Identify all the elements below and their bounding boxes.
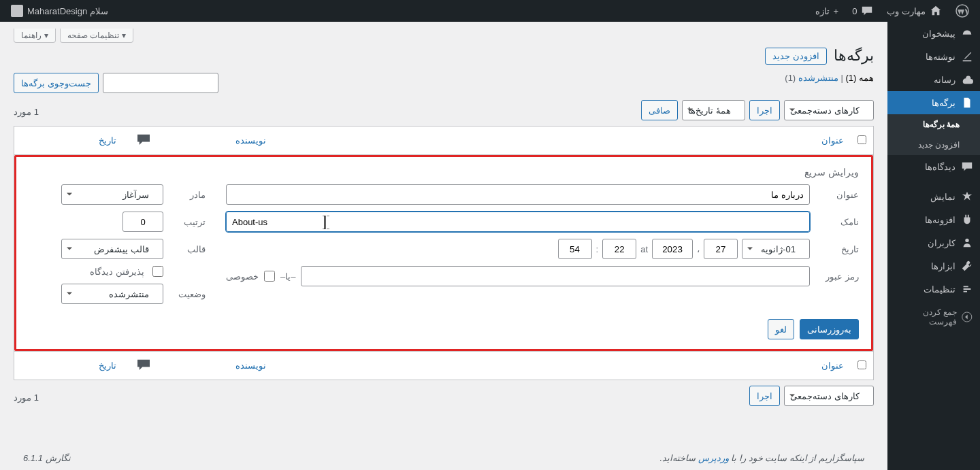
password-label: رمز عبور	[818, 271, 859, 282]
year-input[interactable]	[652, 239, 693, 259]
private-label: خصوصی	[226, 271, 259, 282]
admin-footer: سپاسگزاریم از اینکه سایت خود را با وردپر…	[10, 446, 878, 470]
menu-dashboard[interactable]: پیشخوان	[887, 22, 980, 45]
plus-icon: +	[834, 6, 839, 16]
status-filters: همه (1) | منتشرشده (1)	[785, 73, 874, 83]
month-select[interactable]: 01-ژانویه	[742, 239, 810, 259]
menu-settings[interactable]: تنظیمات	[887, 278, 980, 301]
allow-comments-label: پذیرفتن دیدگاه	[90, 267, 144, 277]
col-comments-footer[interactable]	[123, 352, 164, 380]
avatar-icon	[11, 5, 23, 17]
apply-bulk-button[interactable]: اجرا	[749, 100, 780, 120]
page-title: برگه‌ها	[834, 47, 874, 65]
site-name-link[interactable]: مهارت وب	[881, 0, 947, 22]
site-name: مهارت وب	[887, 6, 926, 16]
chevron-down-icon: ▾	[122, 31, 126, 40]
filter-published[interactable]: منتشرشده (1)	[785, 73, 838, 83]
admin-menu: پیشخوان نوشته‌ها رسانه برگه‌ها همهٔ برگه…	[887, 22, 980, 470]
filter-all[interactable]: همه (1)	[845, 73, 874, 83]
wordpress-link[interactable]: وردپرس	[698, 453, 729, 463]
col-author-footer[interactable]: نویسنده	[164, 352, 273, 380]
date-filter-select[interactable]: همهٔ تاریخ‌ها	[682, 100, 745, 120]
menu-tools[interactable]: ابزارها	[887, 254, 980, 278]
col-title-footer[interactable]: عنوان	[273, 352, 851, 380]
date-label: تاریخ	[818, 244, 859, 254]
wp-logo-menu[interactable]	[950, 0, 975, 22]
col-title[interactable]: عنوان	[273, 127, 851, 155]
menu-users[interactable]: کاربران	[887, 231, 980, 254]
order-input[interactable]	[122, 212, 163, 232]
svg-point-2	[965, 239, 968, 242]
howdy-text: سلام MaharatDesign	[27, 6, 108, 16]
day-input[interactable]	[704, 239, 738, 259]
main-content: راهنما ▾ تنظیمات صفحه ▾ برگه‌ها افزودن ج…	[0, 22, 887, 470]
template-select[interactable]: قالب پیشفرض	[61, 239, 163, 259]
add-new-button[interactable]: افزودن جدید	[765, 48, 827, 65]
comments-link[interactable]: 0	[847, 0, 879, 22]
menu-posts[interactable]: نوشته‌ها	[887, 45, 980, 68]
search-button[interactable]: جست‌وجوی برگه‌ها	[14, 73, 99, 93]
parent-label: مادر	[172, 190, 206, 200]
hour-input[interactable]	[602, 239, 636, 259]
title-input[interactable]	[226, 184, 810, 205]
parent-select[interactable]: سرآغاز	[61, 184, 163, 205]
cancel-button[interactable]: لغو	[768, 319, 794, 339]
template-label: قالب	[172, 244, 206, 254]
item-count-top: 1 مورد	[14, 107, 39, 117]
pages-table: عنوان نویسنده تاریخ ویرایش سریع	[14, 126, 874, 380]
comment-icon	[136, 358, 151, 371]
allow-comments-checkbox[interactable]	[152, 266, 163, 277]
col-date-footer[interactable]: تاریخ	[14, 352, 123, 380]
submenu-all-pages[interactable]: همهٔ برگه‌ها	[887, 114, 980, 135]
howdy-link[interactable]: سلام MaharatDesign	[5, 0, 114, 22]
svg-rect-1	[11, 5, 23, 17]
select-all-checkbox-footer[interactable]	[858, 360, 866, 369]
new-content-link[interactable]: + تازه	[810, 0, 845, 22]
menu-plugins[interactable]: افزونه‌ها	[887, 208, 980, 231]
select-all-checkbox[interactable]	[858, 135, 866, 144]
item-count-bottom: 1 مورد	[14, 392, 39, 403]
minute-input[interactable]	[558, 239, 592, 259]
collapse-menu[interactable]: جمع کردن فهرست	[887, 301, 980, 333]
menu-media[interactable]: رسانه	[887, 68, 980, 91]
title-label: عنوان	[818, 190, 859, 200]
admin-bar: مهارت وب 0 + تازه سلام MaharatDesign	[0, 0, 980, 22]
col-date[interactable]: تاریخ	[14, 127, 123, 155]
menu-pages[interactable]: برگه‌ها	[887, 91, 980, 114]
order-label: ترتیب	[172, 217, 206, 227]
bulk-actions-select-bottom[interactable]: کارهای دسته‌جمعی	[784, 386, 874, 406]
screen-options-tab[interactable]: تنظیمات صفحه ▾	[60, 29, 133, 43]
search-input[interactable]	[103, 73, 218, 93]
comments-count: 0	[852, 6, 857, 16]
update-button[interactable]: به‌روزرسانی	[800, 319, 859, 339]
slug-input[interactable]	[226, 212, 810, 232]
menu-comments[interactable]: دیدگاه‌ها	[887, 155, 980, 178]
new-label: تازه	[815, 6, 830, 16]
pages-submenu: همهٔ برگه‌ها افزودن جدید	[887, 114, 980, 155]
password-input[interactable]	[301, 266, 810, 286]
col-author[interactable]: نویسنده	[164, 127, 273, 155]
version-text: نگارش 6.1.1	[23, 453, 71, 463]
text-cursor-icon	[321, 216, 331, 229]
apply-bulk-button-bottom[interactable]: اجرا	[749, 386, 780, 406]
quick-edit-panel: ویرایش سریع عنوان نامک	[14, 155, 873, 351]
comment-icon	[136, 133, 151, 146]
private-checkbox[interactable]	[264, 271, 275, 282]
status-label: وضعیت	[172, 289, 206, 299]
col-comments[interactable]	[123, 127, 164, 155]
filter-button[interactable]: صافی	[641, 100, 678, 120]
chevron-down-icon: ▾	[44, 31, 48, 40]
menu-appearance[interactable]: نمایش	[887, 185, 980, 208]
bulk-actions-select[interactable]: کارهای دسته‌جمعی	[784, 100, 874, 120]
quick-edit-heading: ویرایش سریع	[29, 167, 859, 178]
submenu-add-new[interactable]: افزودن جدید	[887, 135, 980, 155]
help-tab[interactable]: راهنما ▾	[14, 29, 56, 43]
status-select[interactable]: منتشرشده	[61, 284, 163, 304]
slug-label: نامک	[818, 217, 859, 227]
